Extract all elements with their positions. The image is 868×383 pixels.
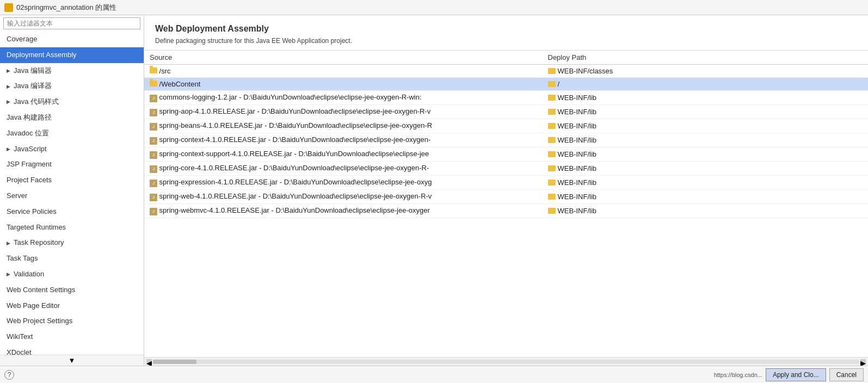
sidebar-item-jsp-fragment[interactable]: JSP Fragment xyxy=(0,157,144,172)
sidebar-item-wikitext[interactable]: WikiText xyxy=(0,329,144,345)
table-row[interactable]: J spring-webmvc-4.1.0.RELEASE.jar - D:\B… xyxy=(144,204,868,218)
sidebar-item-label: Service Policies xyxy=(7,206,57,218)
sidebar-item-label: Javadoc 位置 xyxy=(7,128,49,139)
deploy-folder-icon xyxy=(548,165,556,171)
jar-icon: J xyxy=(150,137,157,145)
table-cell-deploy-path: WEB-INF/lib xyxy=(543,119,869,133)
sidebar-item-xdoclet[interactable]: XDoclet xyxy=(0,345,144,355)
content-title: Web Deployment Assembly xyxy=(155,24,857,34)
table-row[interactable]: J commons-logging-1.2.jar - D:\BaiduYunD… xyxy=(144,91,868,105)
horizontal-scrollbar[interactable]: ◀ ▶ xyxy=(144,357,868,366)
apply-and-close-button[interactable]: Apply and Clo... xyxy=(766,368,826,381)
sidebar: CoverageDeployment AssemblyJava 编辑器Java … xyxy=(0,15,144,366)
table-cell-source: J spring-aop-4.1.0.RELEASE.jar - D:\Baid… xyxy=(144,105,543,119)
filter-input[interactable] xyxy=(3,17,140,29)
table-row[interactable]: J spring-beans-4.1.0.RELEASE.jar - D:\Ba… xyxy=(144,119,868,133)
sidebar-item-label: Project Facets xyxy=(7,175,52,186)
table-row[interactable]: J spring-context-support-4.1.0.RELEASE.j… xyxy=(144,147,868,162)
sidebar-item-javascript[interactable]: JavaScript xyxy=(0,141,144,157)
sidebar-item-java-editor[interactable]: Java 编辑器 xyxy=(0,63,144,79)
url-text: https://blog.csdn... xyxy=(714,372,762,378)
table-row[interactable]: J spring-aop-4.1.0.RELEASE.jar - D:\Baid… xyxy=(144,105,868,119)
sidebar-item-label: WikiText xyxy=(7,331,33,343)
sidebar-item-server[interactable]: Server xyxy=(0,188,144,204)
sidebar-item-javadoc-location[interactable]: Javadoc 位置 xyxy=(0,126,144,141)
sidebar-item-label: Java 代码样式 xyxy=(14,96,59,108)
table-cell-source: J spring-context-support-4.1.0.RELEASE.j… xyxy=(144,147,543,162)
table-cell-source: J spring-web-4.1.0.RELEASE.jar - D:\Baid… xyxy=(144,190,543,204)
sidebar-item-label: Java 编辑器 xyxy=(14,65,52,77)
table-cell-deploy-path: WEB-INF/lib xyxy=(543,133,869,147)
sidebar-item-service-policies[interactable]: Service Policies xyxy=(0,204,144,220)
table-row[interactable]: J spring-expression-4.1.0.RELEASE.jar - … xyxy=(144,176,868,190)
sidebar-item-java-build-path[interactable]: Java 构建路径 xyxy=(0,110,144,126)
jar-icon: J xyxy=(150,194,157,201)
sidebar-item-project-facets[interactable]: Project Facets xyxy=(0,172,144,188)
content-area: Web Deployment Assembly Define packaging… xyxy=(144,15,868,366)
sidebar-item-targeted-runtimes[interactable]: Targeted Runtimes xyxy=(0,220,144,236)
scroll-right-btn[interactable]: ▶ xyxy=(860,359,866,365)
bottom-left: ? xyxy=(4,370,14,380)
sidebar-item-label: Task Repository xyxy=(14,237,64,249)
sidebar-item-label: Server xyxy=(7,190,27,202)
sidebar-item-validation[interactable]: Validation xyxy=(0,267,144,282)
sidebar-item-deployment-assembly[interactable]: Deployment Assembly xyxy=(0,47,144,63)
jar-icon: J xyxy=(150,165,157,173)
table-cell-source: J spring-context-4.1.0.RELEASE.jar - D:\… xyxy=(144,133,543,147)
sidebar-scroll-down-btn[interactable]: ▼ xyxy=(0,355,144,366)
folder-icon xyxy=(150,81,157,87)
table-row[interactable]: J spring-web-4.1.0.RELEASE.jar - D:\Baid… xyxy=(144,190,868,204)
project-icon xyxy=(4,3,13,12)
deploy-folder-icon xyxy=(548,123,556,129)
deploy-folder-icon xyxy=(548,151,556,157)
sidebar-item-label: Web Project Settings xyxy=(7,316,72,327)
table-cell-deploy-path: WEB-INF/lib xyxy=(543,162,869,176)
table-cell-source: J spring-beans-4.1.0.RELEASE.jar - D:\Ba… xyxy=(144,119,543,133)
sidebar-item-web-project-settings[interactable]: Web Project Settings xyxy=(0,313,144,329)
table-cell-source: J spring-webmvc-4.1.0.RELEASE.jar - D:\B… xyxy=(144,204,543,218)
sidebar-item-label: Java 编译器 xyxy=(14,81,52,92)
table-row[interactable]: /WebContent/ xyxy=(144,78,868,91)
table-cell-deploy-path: WEB-INF/lib xyxy=(543,176,869,190)
deploy-folder-icon xyxy=(548,81,556,87)
table-row[interactable]: J spring-core-4.1.0.RELEASE.jar - D:\Bai… xyxy=(144,162,868,176)
sidebar-item-task-tags[interactable]: Task Tags xyxy=(0,251,144,267)
table-cell-source: /src xyxy=(144,65,543,78)
col-source: Source xyxy=(144,51,543,65)
sidebar-item-coverage[interactable]: Coverage xyxy=(0,32,144,47)
main-container: CoverageDeployment AssemblyJava 编辑器Java … xyxy=(0,15,868,366)
sidebar-item-task-repository[interactable]: Task Repository xyxy=(0,235,144,251)
scroll-left-btn[interactable]: ◀ xyxy=(146,359,152,365)
sidebar-item-label: Web Content Settings xyxy=(7,285,75,296)
table-cell-deploy-path: WEB-INF/lib xyxy=(543,147,869,162)
sidebar-item-java-compiler[interactable]: Java 编译器 xyxy=(0,78,144,94)
help-button[interactable]: ? xyxy=(4,370,14,380)
sidebar-item-label: Deployment Assembly xyxy=(7,50,77,61)
sidebar-item-java-code-style[interactable]: Java 代码样式 xyxy=(0,94,144,110)
table-header-row: Source Deploy Path xyxy=(144,51,868,65)
sidebar-item-web-page-editor[interactable]: Web Page Editor xyxy=(0,298,144,314)
title-bar-text: 02springmvc_annotation 的属性 xyxy=(16,3,116,13)
table-wrapper[interactable]: Source Deploy Path /srcWEB-INF/classes /… xyxy=(144,51,868,357)
table-row[interactable]: /srcWEB-INF/classes xyxy=(144,65,868,78)
deploy-folder-icon xyxy=(548,95,556,101)
deploy-table: Source Deploy Path /srcWEB-INF/classes /… xyxy=(144,51,868,218)
table-cell-source: J commons-logging-1.2.jar - D:\BaiduYunD… xyxy=(144,91,543,105)
title-bar: 02springmvc_annotation 的属性 xyxy=(0,0,868,15)
deploy-folder-icon xyxy=(548,180,556,186)
bottom-bar: ? https://blog.csdn... Apply and Clo... … xyxy=(0,366,868,383)
jar-icon: J xyxy=(150,208,157,215)
table-cell-source: J spring-expression-4.1.0.RELEASE.jar - … xyxy=(144,176,543,190)
sidebar-item-web-content-settings[interactable]: Web Content Settings xyxy=(0,282,144,298)
deploy-folder-icon xyxy=(548,109,556,115)
deploy-folder-icon xyxy=(548,137,556,143)
sidebar-item-label: Validation xyxy=(14,269,44,280)
sidebar-item-label: JavaScript xyxy=(14,144,47,155)
cancel-button[interactable]: Cancel xyxy=(829,368,864,381)
table-row[interactable]: J spring-context-4.1.0.RELEASE.jar - D:\… xyxy=(144,133,868,147)
table-cell-deploy-path: WEB-INF/lib xyxy=(543,91,869,105)
scroll-track xyxy=(153,360,859,364)
jar-icon: J xyxy=(150,95,157,102)
sidebar-item-label: JSP Fragment xyxy=(7,159,52,170)
content-description: Define packaging structure for this Java… xyxy=(155,37,857,45)
